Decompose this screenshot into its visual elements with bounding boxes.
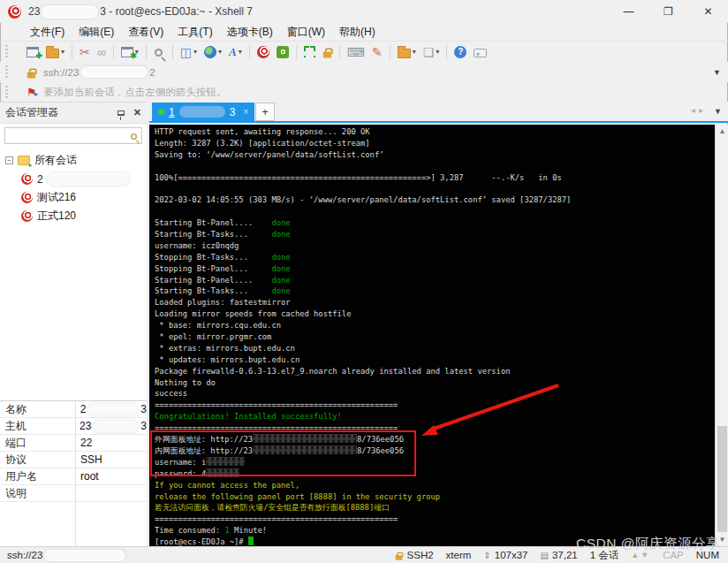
virtual-keyboard-button[interactable]: ⌨ xyxy=(344,43,368,61)
address-bar[interactable]: ssh://23 2 ▼ xyxy=(0,62,728,82)
dropdown-caret-icon[interactable]: ▾ xyxy=(436,48,439,56)
menu-item-1[interactable]: 文件(F) xyxy=(23,23,72,42)
reconnect-button[interactable]: ∞ xyxy=(94,43,110,61)
toolbar-gripper[interactable] xyxy=(5,45,8,58)
tree-expander-icon[interactable]: − xyxy=(5,156,13,164)
feedback-button[interactable] xyxy=(470,43,490,61)
tab-close-icon[interactable]: × xyxy=(243,107,248,117)
terminal[interactable]: HTTP request sent, awaiting response... … xyxy=(149,125,728,546)
address-dropdown-caret[interactable]: ▼ xyxy=(713,68,721,77)
tree-root-all-sessions[interactable]: − 所有会话 xyxy=(0,151,147,170)
highlight-pen-icon: ✎ xyxy=(372,45,383,59)
tab-label-prefix: 1 xyxy=(169,106,175,118)
address-bar-gripper[interactable] xyxy=(5,65,8,79)
menu-item-4[interactable]: 工具(T) xyxy=(171,23,219,42)
new-folder-button[interactable]: ▾ xyxy=(394,43,420,61)
dropdown-caret-icon[interactable]: ▾ xyxy=(413,48,416,56)
menu-item-6[interactable]: 窗口(W) xyxy=(280,23,332,42)
toolbar-separator xyxy=(146,45,147,59)
new-tab-button[interactable]: + xyxy=(255,103,275,121)
session-search-input[interactable] xyxy=(4,127,142,144)
panel-close-icon[interactable]: ✕ xyxy=(133,107,141,118)
disconnect-button[interactable]: ✂ xyxy=(76,43,94,61)
maximize-button[interactable]: ❐ xyxy=(648,0,688,23)
xftp-transfer-button[interactable] xyxy=(273,43,292,61)
title-bar[interactable]: 23 3 - root@ecs-ED0Ja:~ - Xshell 7 — ❐ ✕ xyxy=(0,0,728,23)
new-session-icon: ✚ xyxy=(27,47,39,57)
session-manager-panel: 会话管理器 ✕ − 所有会话 2测试216正式120 名称23主机233端口22… xyxy=(0,102,147,546)
find-button[interactable] xyxy=(150,43,169,61)
property-row-5: 用户名root xyxy=(0,468,147,485)
dropdown-caret-icon[interactable]: ▾ xyxy=(239,48,242,56)
scrollbar-thumb[interactable] xyxy=(717,426,727,532)
property-value: SSH xyxy=(75,453,102,466)
property-label: 用户名 xyxy=(0,469,75,484)
new-session-button[interactable]: ✚ xyxy=(23,43,42,61)
property-row-1: 名称23 xyxy=(0,401,147,418)
property-label: 端口 xyxy=(0,436,75,451)
encoding-globe-button[interactable]: ▾ xyxy=(201,43,225,61)
lock-icon xyxy=(27,72,35,78)
virtual-keyboard-icon: ⌨ xyxy=(347,45,365,59)
new-folder-icon xyxy=(398,49,411,58)
property-row-2: 主机233 xyxy=(0,418,147,435)
menu-item-7[interactable]: 帮助(H) xyxy=(332,23,383,42)
tile-windows-button[interactable]: ❏▾ xyxy=(420,43,444,61)
lock-screen-icon xyxy=(323,51,331,57)
dropdown-caret-icon[interactable]: ▾ xyxy=(193,48,197,56)
dropdown-caret-icon[interactable]: ▾ xyxy=(218,48,222,56)
address-url[interactable]: ssh://23 2 xyxy=(43,66,155,78)
dropdown-caret-icon[interactable]: ▾ xyxy=(61,48,64,56)
open-session-folder-button[interactable]: ▾ xyxy=(42,43,68,61)
property-label: 名称 xyxy=(0,402,75,417)
minimize-button[interactable]: — xyxy=(609,0,648,23)
session-shell-icon xyxy=(21,192,33,203)
disconnect-icon: ✂ xyxy=(80,45,90,59)
property-row-3: 端口22 xyxy=(0,435,147,452)
terminal-scrollbar[interactable]: ▲ ▼ xyxy=(715,125,728,546)
property-value: root xyxy=(75,470,99,483)
xshell-logo-icon xyxy=(8,5,21,19)
tab-scroll-arrows[interactable]: ◂▸ xyxy=(691,105,707,115)
find-icon xyxy=(155,49,163,57)
toolbar-separator xyxy=(446,45,447,59)
lock-screen-button[interactable] xyxy=(319,43,336,61)
redacted-tab-blur xyxy=(179,106,225,118)
font-icon: A xyxy=(229,45,237,59)
status-ssh-version: SSH2 xyxy=(394,549,434,561)
encoding-globe-icon xyxy=(204,46,216,58)
info-bar-gripper[interactable] xyxy=(5,86,8,98)
session-manager-title: 会话管理器 xyxy=(5,105,58,120)
help-button[interactable]: ? xyxy=(451,43,470,61)
font-button[interactable]: A▾ xyxy=(225,43,246,61)
session-properties-button[interactable]: ✱▾ xyxy=(118,43,142,61)
session-shell-icon xyxy=(21,173,33,185)
window-title: 23 3 - root@ecs-ED0Ja:~ - Xshell 7 xyxy=(28,5,253,19)
session-properties-icon: ✱ xyxy=(121,47,133,57)
session-shell-icon xyxy=(21,210,33,222)
open-session-folder-icon xyxy=(46,49,59,58)
xshell-icon xyxy=(257,46,269,58)
property-row-4: 协议SSH xyxy=(0,452,147,468)
property-value: 233 xyxy=(74,420,147,432)
pin-icon[interactable] xyxy=(118,110,125,116)
menu-item-5[interactable]: 选项卡(B) xyxy=(220,23,280,42)
redacted-address-blur xyxy=(80,66,148,78)
scroll-up-icon[interactable]: ▲ xyxy=(716,127,728,135)
close-button[interactable]: ✕ xyxy=(688,0,728,23)
session-item-1[interactable]: 2 xyxy=(0,170,147,188)
highlight-pen-button[interactable]: ✎ xyxy=(368,43,386,61)
session-item-2[interactable]: 测试216 xyxy=(0,188,147,207)
property-label: 协议 xyxy=(0,453,75,468)
property-label: 主机 xyxy=(0,419,74,434)
fullscreen-button[interactable] xyxy=(300,43,319,61)
menu-item-3[interactable]: 查看(V) xyxy=(121,23,171,42)
compose-pane-button[interactable]: ◫▾ xyxy=(177,43,201,61)
tab-list-caret[interactable]: ▼ xyxy=(714,107,722,116)
xshell-button[interactable] xyxy=(254,43,273,61)
xftp-transfer-icon xyxy=(277,46,289,58)
redacted-status-blur xyxy=(44,550,125,561)
menu-item-2[interactable]: 编辑(E) xyxy=(72,23,121,42)
session-item-3[interactable]: 正式120 xyxy=(0,207,147,225)
tab-session-active[interactable]: 1 3 × xyxy=(152,103,254,121)
